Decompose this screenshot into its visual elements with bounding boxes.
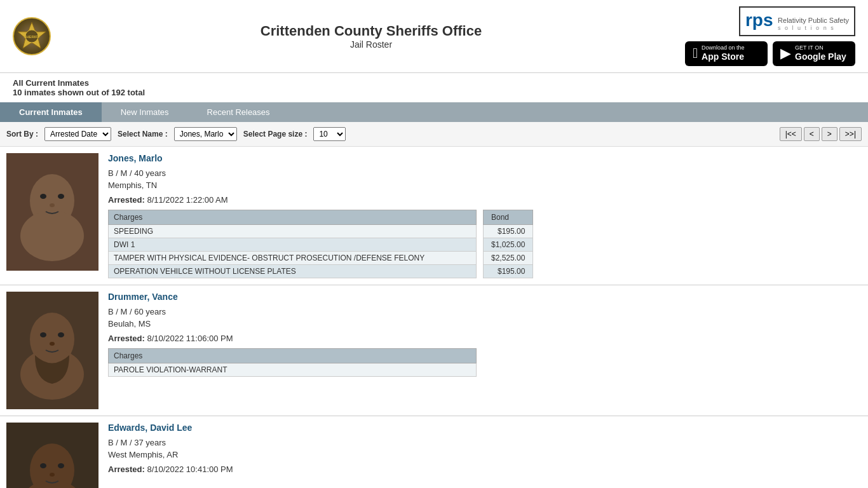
charge-item: DWI 1 bbox=[109, 238, 477, 251]
rps-logo: rps Relativity Public Safety s o l u t i… bbox=[739, 6, 855, 36]
sort-select[interactable]: Arrested Date Name Age bbox=[44, 127, 111, 141]
inmate-photo bbox=[6, 423, 98, 488]
app-store-button[interactable]:  Download on the App Store bbox=[685, 41, 768, 66]
svg-point-8 bbox=[50, 203, 55, 207]
charges-header: Charges bbox=[109, 210, 477, 224]
page-header: SHERIFF Crittenden County Sheriffs Offic… bbox=[0, 0, 868, 73]
photo-placeholder-svg bbox=[6, 292, 98, 409]
inmate-arrested-date: Arrested: 8/11/2022 1:22:00 AM bbox=[108, 195, 862, 205]
charge-item: SPEEDING bbox=[109, 224, 477, 238]
svg-point-5 bbox=[20, 210, 84, 261]
charges-table: Charges PAROLE VIOLATION-WARRANT bbox=[108, 348, 477, 377]
arrested-label: Arrested: bbox=[108, 464, 145, 474]
charge-item: PAROLE VIOLATION-WARRANT bbox=[109, 363, 477, 376]
google-get-label: GET IT ON bbox=[795, 45, 846, 51]
appstore-label: App Store bbox=[702, 51, 745, 62]
svg-point-12 bbox=[40, 332, 46, 337]
bond-amount: $1,025.00 bbox=[484, 238, 533, 251]
name-label: Select Name : bbox=[118, 130, 168, 139]
photo-placeholder-svg bbox=[6, 153, 98, 271]
inmate-arrested-date: Arrested: 8/10/2022 11:06:00 PM bbox=[108, 334, 862, 343]
charge-item: OPERATION VEHILCE WITHOUT LICENSE PLATES bbox=[109, 264, 477, 278]
inmate-row: Drummer, VanceB / M / 60 yearsBeulah, MS… bbox=[0, 285, 868, 416]
google-play-label: Google Play bbox=[795, 51, 846, 62]
inmate-location: West Memphis, AR bbox=[108, 450, 862, 459]
apple-icon:  bbox=[693, 45, 698, 62]
google-icon: ▶ bbox=[780, 45, 791, 62]
charges-bond-tables: Charges PAROLE VIOLATION-WARRANT bbox=[108, 348, 862, 377]
nav-next-button[interactable]: > bbox=[822, 127, 837, 141]
appstore-download-label: Download on the bbox=[702, 45, 745, 51]
svg-point-7 bbox=[58, 194, 64, 199]
svg-point-19 bbox=[58, 463, 64, 468]
photo-placeholder-svg bbox=[6, 423, 98, 488]
all-current-label: All Current Inmates bbox=[13, 78, 855, 88]
page-size-select[interactable]: 10 25 50 100 bbox=[313, 127, 346, 141]
inmate-location: Memphis, TN bbox=[108, 180, 862, 190]
inmate-demographics: B / M / 37 years bbox=[108, 438, 862, 447]
charge-item: TAMPER WITH PHYSICAL EVIDENCE- OBSTRUCT … bbox=[109, 251, 477, 264]
inmate-demographics: B / M / 40 years bbox=[108, 168, 862, 178]
charges-table: Charges SPEEDINGDWI 1TAMPER WITH PHYSICA… bbox=[108, 210, 477, 278]
badge-image: SHERIFF bbox=[13, 17, 51, 55]
inmate-location: Beulah, MS bbox=[108, 319, 862, 329]
inmate-photo bbox=[6, 292, 98, 409]
nav-prev-button[interactable]: < bbox=[804, 127, 820, 141]
rps-acronym: rps bbox=[745, 10, 773, 30]
inmate-name[interactable]: Edwards, David Lee bbox=[108, 423, 862, 433]
bond-amount: $195.00 bbox=[484, 264, 533, 278]
inmate-list: Jones, MarloB / M / 40 yearsMemphis, TNA… bbox=[0, 147, 868, 488]
page-title: Crittenden County Sheriffs Office bbox=[57, 23, 685, 39]
inmate-count-label: 10 inmates shown out of 192 total bbox=[13, 88, 855, 97]
inmate-arrested-date: Arrested: 8/10/2022 10:41:00 PM bbox=[108, 464, 862, 474]
inmate-row: Jones, MarloB / M / 40 yearsMemphis, TNA… bbox=[0, 147, 868, 285]
tab-current-inmates[interactable]: Current Inmates bbox=[0, 102, 102, 122]
header-title-block: Crittenden County Sheriffs Office Jail R… bbox=[57, 23, 685, 50]
arrested-label: Arrested: bbox=[108, 334, 145, 343]
inmate-info-block: Drummer, VanceB / M / 60 yearsBeulah, MS… bbox=[108, 292, 862, 377]
app-store-buttons:  Download on the App Store ▶ GET IT ON … bbox=[685, 41, 855, 66]
inmate-name[interactable]: Drummer, Vance bbox=[108, 292, 862, 302]
info-bar: All Current Inmates 10 inmates shown out… bbox=[0, 73, 868, 102]
page-size-label: Select Page size : bbox=[243, 130, 308, 139]
controls-bar: Sort By : Arrested Date Name Age Select … bbox=[0, 122, 868, 147]
nav-last-button[interactable]: >>| bbox=[839, 127, 862, 141]
bond-amount: $2,525.00 bbox=[484, 251, 533, 264]
arrested-label: Arrested: bbox=[108, 195, 145, 205]
charges-header: Charges bbox=[109, 348, 477, 363]
inmate-photo bbox=[6, 153, 98, 271]
bond-table: Bond $195.00$1,025.00$2,525.00$195.00 bbox=[483, 210, 533, 278]
nav-first-button[interactable]: |<< bbox=[780, 127, 802, 141]
tab-new-inmates[interactable]: New Inmates bbox=[102, 102, 188, 122]
inmate-info-block: Edwards, David LeeB / M / 37 yearsWest M… bbox=[108, 423, 862, 479]
bond-header: Bond bbox=[484, 210, 533, 224]
inmate-demographics: B / M / 60 years bbox=[108, 307, 862, 316]
page-subtitle: Jail Roster bbox=[57, 39, 685, 50]
inmate-info-block: Jones, MarloB / M / 40 yearsMemphis, TNA… bbox=[108, 153, 862, 278]
tab-navigation: Current Inmates New Inmates Recent Relea… bbox=[0, 102, 868, 122]
google-play-button[interactable]: ▶ GET IT ON Google Play bbox=[773, 41, 855, 66]
bond-amount: $195.00 bbox=[484, 224, 533, 238]
svg-text:SHERIFF: SHERIFF bbox=[24, 35, 40, 39]
svg-point-13 bbox=[58, 332, 64, 337]
inmate-name[interactable]: Jones, Marlo bbox=[108, 153, 862, 163]
rps-tagline: Relativity Public Safety s o l u t i o n… bbox=[778, 16, 849, 32]
pagination-controls: |<< < > >>| bbox=[780, 127, 862, 141]
sort-label: Sort By : bbox=[6, 130, 38, 139]
name-select[interactable]: Jones, Marlo bbox=[174, 127, 237, 141]
inmate-row: Edwards, David LeeB / M / 37 yearsWest M… bbox=[0, 416, 868, 488]
svg-point-14 bbox=[50, 342, 55, 346]
sheriff-badge: SHERIFF bbox=[13, 17, 57, 55]
svg-point-6 bbox=[40, 194, 46, 199]
svg-point-20 bbox=[50, 473, 55, 477]
tab-recent-releases[interactable]: Recent Releases bbox=[188, 102, 289, 122]
svg-point-18 bbox=[40, 463, 46, 468]
charges-bond-tables: Charges SPEEDINGDWI 1TAMPER WITH PHYSICA… bbox=[108, 210, 862, 278]
